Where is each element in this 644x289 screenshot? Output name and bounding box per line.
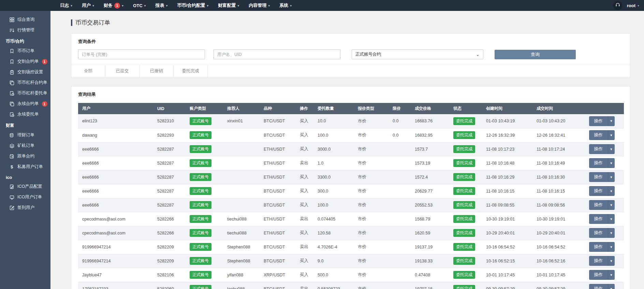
actions-cell: 操作▼ <box>580 226 624 240</box>
row-action-button[interactable]: 操作▼ <box>589 256 615 266</box>
sidebar-item-9[interactable]: 永续委托单 <box>0 109 50 120</box>
sidebar-item-1[interactable]: 行情管理 <box>0 25 50 35</box>
row-action-dropdown-toggle[interactable]: ▼ <box>608 228 615 238</box>
side-cell: 买入 <box>296 226 313 240</box>
row-action-label[interactable]: 操作 <box>589 172 608 182</box>
table-row: 9199669472145282209正式账号Stephen088BTC/USD… <box>78 240 624 254</box>
clipboard-icon <box>9 70 14 75</box>
sidebar-item-17[interactable]: ICO用户订单 <box>0 192 50 202</box>
row-action-dropdown-toggle[interactable]: ▼ <box>608 256 615 266</box>
sidebar-item-13[interactable]: 跟单合约 <box>0 151 50 162</box>
row-action-dropdown-toggle[interactable]: ▼ <box>608 200 615 210</box>
nav-item-2[interactable]: 财务1▾ <box>99 0 128 11</box>
tab-0[interactable]: 全部 <box>71 65 105 77</box>
row-action-label[interactable]: 操作 <box>589 214 608 224</box>
sidebar-item-6[interactable]: 币币杠杆合约单 <box>0 77 50 88</box>
row-action-dropdown-toggle[interactable]: ▼ <box>608 242 615 252</box>
row-action-dropdown-toggle[interactable]: ▼ <box>608 172 615 182</box>
sort-chart-icon <box>9 28 14 33</box>
row-action-button[interactable]: 操作▼ <box>589 200 615 210</box>
nav-item-6[interactable]: 财富配置▾ <box>213 0 244 11</box>
pair-cell: ETH/USDT <box>260 156 296 170</box>
row-action-dropdown-toggle[interactable]: ▼ <box>608 270 615 280</box>
row-action-dropdown-toggle[interactable]: ▼ <box>608 284 615 289</box>
row-action-label[interactable]: 操作 <box>589 158 608 168</box>
referrer-cell <box>223 156 260 170</box>
row-action-label[interactable]: 操作 <box>589 130 608 140</box>
user-cell: eee6666 <box>78 156 153 170</box>
orders-table-wrap: 用户UID账户类型推荐人品种操作委托数量报价类型限价成交价格状态创建时间成交时间… <box>78 103 623 289</box>
sidebar-item-16[interactable]: ICO产品配置 <box>0 181 50 192</box>
nav-item-1[interactable]: 用户▾ <box>77 0 99 11</box>
row-action-label[interactable]: 操作 <box>589 200 608 210</box>
nav-item-label: 报表 <box>156 2 164 9</box>
tab-1[interactable]: 已提交 <box>105 65 140 77</box>
referrer-cell: Stephen088 <box>223 240 260 254</box>
nav-item-8[interactable]: 系统▾ <box>275 0 296 11</box>
row-action-button[interactable]: 操作▼ <box>589 214 615 224</box>
row-action-label[interactable]: 操作 <box>589 284 608 289</box>
row-action-label[interactable]: 操作 <box>589 270 608 280</box>
column-header: 委托数量 <box>313 103 354 114</box>
column-header: UID <box>153 103 186 114</box>
nav-item-5[interactable]: 币币/合约配置▾ <box>173 0 214 11</box>
sidebar-item-12[interactable]: 矿机订单 <box>0 140 50 151</box>
user-cell: cpecodmass@aol.com <box>78 226 153 240</box>
nav-item-label: 用户 <box>82 2 91 9</box>
search-button[interactable]: 查询 <box>495 50 576 59</box>
row-action-button[interactable]: 操作▼ <box>589 158 615 168</box>
amount-cell: 100.0 <box>313 198 354 212</box>
row-action-button[interactable]: 操作▼ <box>589 130 615 140</box>
sidebar-item-8[interactable]: 永续合约单1 <box>0 98 50 109</box>
row-action-button[interactable]: 操作▼ <box>589 228 615 238</box>
row-action-label[interactable]: 操作 <box>589 242 608 252</box>
row-action-dropdown-toggle[interactable]: ▼ <box>608 144 615 154</box>
side-cell: 买入 <box>296 170 313 184</box>
account-type-select[interactable]: 正式账号合约 ⌄ <box>352 49 483 59</box>
row-action-button[interactable]: 操作▼ <box>589 172 615 182</box>
sidebar-item-3[interactable]: 币币订单 <box>0 46 50 56</box>
sidebar-item-5[interactable]: 交割场控设置 <box>0 67 50 77</box>
tab-3[interactable]: 委托完成 <box>174 65 208 77</box>
order-number-input[interactable] <box>78 49 205 59</box>
row-action-button[interactable]: 操作▼ <box>589 284 615 289</box>
row-action-button[interactable]: 操作▼ <box>589 144 615 154</box>
sidebar-item-14[interactable]: $私募用户订单 <box>0 162 50 172</box>
user-cell: Jayblue47 <box>78 268 153 282</box>
row-action-label[interactable]: 操作 <box>589 228 608 238</box>
row-action-label[interactable]: 操作 <box>589 186 608 196</box>
status-cell: 委托完成 <box>449 282 482 289</box>
sidebar-item-18[interactable]: 签到用户 <box>0 202 50 213</box>
sidebar-section-label: ico <box>0 172 50 181</box>
row-action-label[interactable]: 操作 <box>589 256 608 266</box>
side-cell: 卖出 <box>296 282 313 289</box>
nav-item-7[interactable]: 内容管理▾ <box>244 0 275 11</box>
row-action-button[interactable]: 操作▼ <box>589 116 615 126</box>
row-action-dropdown-toggle[interactable]: ▼ <box>608 130 615 140</box>
nav-item-0[interactable]: 日志▾ <box>55 0 77 11</box>
top-navbar: 日志▾用户▾财务1▾OTC▾报表▾币币/合约配置▾财富配置▾内容管理▾系统▾ r… <box>0 0 644 11</box>
sidebar-item-7[interactable]: 币币杠杆委托单 <box>0 88 50 98</box>
username-uid-input[interactable] <box>214 49 340 59</box>
row-action-button[interactable]: 操作▼ <box>589 270 615 280</box>
sidebar-item-11[interactable]: 理财订单 <box>0 130 50 140</box>
row-action-dropdown-toggle[interactable]: ▼ <box>608 116 615 126</box>
row-action-button[interactable]: 操作▼ <box>589 186 615 196</box>
amount-cell: 1.0 <box>313 156 354 170</box>
user-menu[interactable]: root ▾ <box>627 3 639 8</box>
support-button[interactable] <box>613 1 622 10</box>
column-header: 状态 <box>449 103 482 114</box>
row-action-dropdown-toggle[interactable]: ▼ <box>608 186 615 196</box>
nav-item-3[interactable]: OTC▾ <box>128 0 150 11</box>
row-action-dropdown-toggle[interactable]: ▼ <box>608 214 615 224</box>
row-action-dropdown-toggle[interactable]: ▼ <box>608 158 615 168</box>
tab-2[interactable]: 已撤销 <box>140 65 174 77</box>
sidebar-item-0[interactable]: 综合查询 <box>0 14 50 25</box>
sidebar-item-4[interactable]: 交割合约单1 <box>0 56 50 67</box>
row-action-button[interactable]: 操作▼ <box>589 242 615 252</box>
row-action-label[interactable]: 操作 <box>589 116 608 126</box>
nav-item-4[interactable]: 报表▾ <box>151 0 173 11</box>
row-action-label[interactable]: 操作 <box>589 144 608 154</box>
status-filter-tabs: 全部已提交已撤销委托完成 <box>71 65 630 77</box>
status-cell: 委托完成 <box>449 268 482 282</box>
